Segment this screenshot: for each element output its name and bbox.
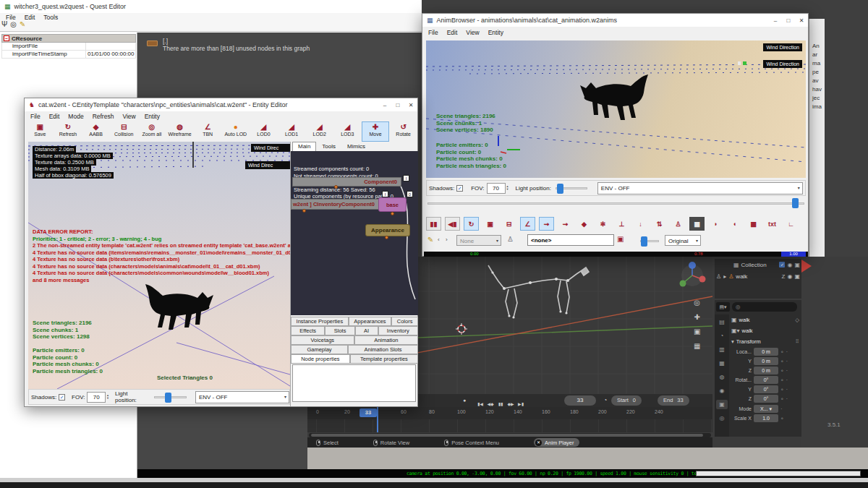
node-properties-editor[interactable] <box>292 364 416 402</box>
anim-player-badge[interactable]: ✕ Anim Player <box>534 438 579 447</box>
transform-value-field[interactable]: 0° <box>754 376 778 384</box>
current-frame-field[interactable]: 33 <box>564 395 596 406</box>
node-socket[interactable] <box>385 236 388 239</box>
anim-toolbar-icon[interactable]: ↓ <box>633 217 648 231</box>
time-slider-thumb[interactable] <box>792 198 799 208</box>
scale-value-field[interactable]: 1.0 <box>754 414 778 422</box>
lock-icon[interactable]: ∘ <box>780 396 783 402</box>
animate-dot-icon[interactable]: · <box>786 348 788 355</box>
fov-stepper[interactable]: ▲▼ <box>506 185 509 191</box>
playback-speed-select[interactable]: Original▾ <box>665 235 701 246</box>
toolbar-icon[interactable]: ◎ <box>10 20 17 28</box>
anim-toolbar-icon[interactable]: ∟ <box>783 217 799 231</box>
fov-field[interactable]: 70 <box>87 392 106 403</box>
toolbar-button[interactable]: ↺ Rotate <box>389 121 417 142</box>
panel-tab[interactable]: Main <box>292 142 316 151</box>
node-socket[interactable] <box>302 209 306 213</box>
close-icon[interactable]: ✕ <box>535 440 542 446</box>
animate-dot-icon[interactable]: · <box>786 386 788 393</box>
nav-icon[interactable]: ✚ <box>694 313 700 321</box>
property-tab-icon[interactable]: ▣ <box>716 400 728 409</box>
resource-grid-header[interactable]: – CResource <box>1 34 136 43</box>
hide-eye-icon[interactable]: ◉ <box>787 273 792 280</box>
nav-icon[interactable]: ▦ <box>694 342 700 350</box>
graph-node-inventory[interactable]: w2ent ] CInventoryComponent0 <box>291 199 380 210</box>
property-tab-icon[interactable]: ◉ <box>716 386 728 395</box>
property-tab-button[interactable]: Effects <box>291 326 325 335</box>
toolbar-button[interactable]: ↻ Refresh <box>54 121 82 142</box>
nav-icon[interactable]: ▣ <box>694 328 700 335</box>
anim-toolbar-icon[interactable]: ✻ <box>595 217 610 231</box>
entity-3d-viewport[interactable]: Distance: 2.06mTexture arrays data: 0.00… <box>28 142 290 389</box>
hidden-panel-arrow-icon[interactable] <box>801 260 812 273</box>
transform-value-field[interactable]: 0 m <box>754 357 778 365</box>
animate-dot-icon[interactable]: · <box>786 367 788 374</box>
toolbar-button[interactable]: ◢ LOD1 <box>278 121 306 142</box>
outliner-row-walk[interactable]: ♙ ▸ ♙ walk Z ◉ ▣ <box>715 270 801 282</box>
menu-item[interactable]: File <box>424 28 443 37</box>
lock-icon[interactable]: ∘ <box>780 368 783 374</box>
collection-checkbox[interactable]: ✓ <box>779 262 785 267</box>
anim-toolbar-icon[interactable]: ▩ <box>746 217 761 231</box>
collapse-icon[interactable]: – <box>4 35 9 41</box>
animate-dot-icon[interactable]: · <box>786 395 788 402</box>
menu-item[interactable]: Edit <box>443 28 462 37</box>
property-tab-button[interactable]: Colors <box>391 317 418 326</box>
anim-toolbar-icon[interactable]: ⊟ <box>501 217 516 231</box>
animset-select[interactable]: None▾ <box>456 235 501 246</box>
toolbar-button[interactable]: ◢ LOD3 <box>333 121 362 142</box>
component-graph-canvas[interactable]: Streamed components count: 0Not streamed… <box>291 151 418 315</box>
anim-toolbar-icon[interactable]: ♙ <box>671 217 686 231</box>
anim-toolbar-icon[interactable]: ▣ <box>482 217 498 231</box>
menu-item[interactable]: Edit <box>45 112 64 121</box>
transform-panel-header[interactable]: ▾ Transform ⠿ <box>729 336 801 347</box>
property-tab-button[interactable]: Slots <box>325 326 354 335</box>
anim-toolbar-icon[interactable]: ⇝ <box>539 217 554 231</box>
menu-item[interactable]: Entity <box>484 28 508 37</box>
graph-node-icon[interactable] <box>147 40 158 46</box>
transform-value-field[interactable]: 0° <box>754 395 778 403</box>
property-tab-icon[interactable]: ◍ <box>716 372 728 382</box>
transform-value-field[interactable]: 0 m <box>754 348 778 356</box>
property-tab-button[interactable]: Gameplay <box>291 345 348 354</box>
menu-item[interactable]: File <box>26 112 45 121</box>
lock-icon[interactable]: ∘ <box>780 387 783 393</box>
menu-item[interactable]: Entity <box>140 112 164 121</box>
graph-node-appearance[interactable]: Appearance <box>365 224 410 236</box>
fov-field[interactable]: 70 <box>487 183 506 194</box>
anim-toolbar-icon[interactable]: ◆ <box>576 217 592 231</box>
menu-item[interactable]: View <box>118 112 140 121</box>
property-tab-button[interactable]: Node properties <box>291 354 350 364</box>
anim-toolbar-icon[interactable]: ⇅ <box>652 217 667 231</box>
property-tab-button[interactable]: Voicetags <box>291 335 354 345</box>
node-socket[interactable] <box>391 212 394 215</box>
maximize-button[interactable]: □ <box>782 15 795 26</box>
object-breadcrumb-row[interactable]: ▣ walk ◇ <box>729 314 801 325</box>
rotation-mode-select[interactable]: X... ▾ <box>754 405 778 413</box>
nav-icon[interactable]: ◎ <box>694 299 700 307</box>
timeline-track-area[interactable] <box>307 419 712 432</box>
lock-icon[interactable]: ∘ <box>780 377 783 383</box>
property-tab-button[interactable]: Instance Properties <box>291 317 349 326</box>
menu-item[interactable]: Mode <box>64 112 88 121</box>
panel-tab[interactable]: Mimics <box>341 142 371 151</box>
anim-toolbar-icon[interactable]: ▮▮ <box>426 217 441 231</box>
close-button[interactable]: ✕ <box>795 15 808 26</box>
menu-item[interactable]: View <box>461 28 483 37</box>
toolbar-icon[interactable]: ✎ <box>20 20 25 28</box>
lock-icon[interactable]: ∘ <box>780 359 783 364</box>
anim-time-slider[interactable] <box>426 197 806 209</box>
anim-toolbar-icon[interactable]: ∠ <box>520 217 535 231</box>
close-button[interactable]: ✕ <box>404 100 417 111</box>
toolbar-button[interactable]: ◆ AABB <box>82 121 110 142</box>
minimize-button[interactable]: – <box>769 15 782 26</box>
outliner-row-collection[interactable]: ▦ Collection ✓ ◉ ▣ <box>715 259 801 270</box>
animate-dot-icon[interactable]: · <box>786 358 788 364</box>
anim-toolbar-icon[interactable]: ◗ <box>708 217 723 231</box>
lock-icon[interactable]: ∘ <box>780 349 783 355</box>
toolbar-button[interactable]: ⊟ Collision <box>110 121 138 142</box>
env-select[interactable]: ENV - OFF▾ <box>195 391 289 403</box>
toolbar-button[interactable]: ◢ LOD0 <box>250 121 278 142</box>
frame-end-field[interactable]: End33 <box>658 395 689 406</box>
next-arrow-icon[interactable]: › <box>446 236 448 243</box>
